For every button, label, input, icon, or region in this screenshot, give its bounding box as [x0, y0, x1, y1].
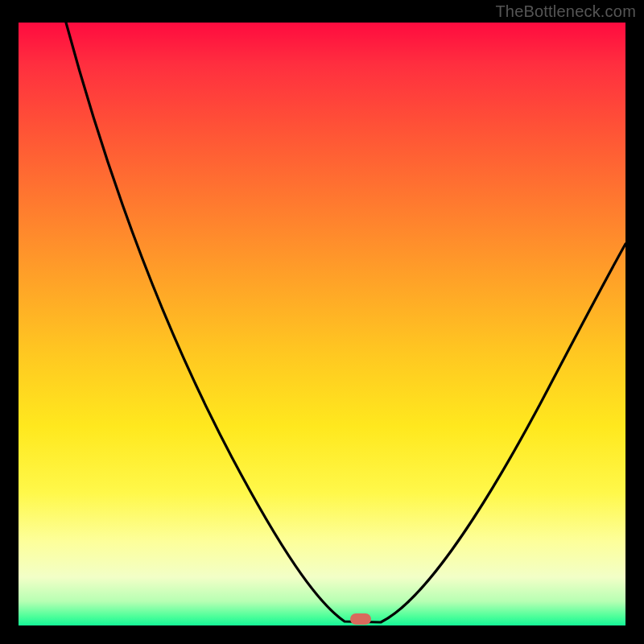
plot-area: [19, 23, 625, 625]
optimum-marker: [350, 613, 371, 625]
chart-frame: TheBottleneck.com: [0, 0, 644, 644]
watermark-text: TheBottleneck.com: [495, 2, 636, 21]
bottleneck-curve: [19, 23, 625, 625]
